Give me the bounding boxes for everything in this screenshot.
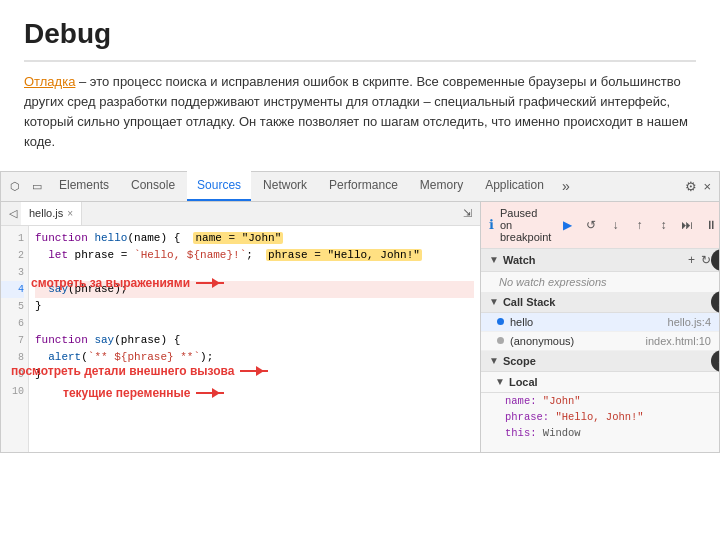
callstack-name-anon: (anonymous) [510, 335, 640, 347]
ln-3: 3 [1, 264, 24, 281]
code-lines: function hello(name) { name = "John" let… [29, 226, 480, 452]
watch-refresh-icon[interactable]: ↻ [701, 253, 711, 267]
description: Отладка – это процесс поиска и исправлен… [24, 72, 696, 153]
callstack-section-header[interactable]: ▼ Call Stack 2 [481, 292, 719, 313]
deactivate-btn[interactable]: ⏭ [677, 215, 697, 235]
scope-prop-name: name: [505, 395, 537, 407]
devtools-actions: ⚙ × [685, 179, 715, 194]
callstack-entry-hello[interactable]: hello hello.js:4 [481, 313, 719, 332]
inspect-icon[interactable]: ⬡ [5, 176, 25, 196]
pause-btn[interactable]: ⏸ [701, 215, 719, 235]
scope-val-phrase: "Hello, John!" [555, 411, 643, 423]
callstack-entry-anon[interactable]: (anonymous) index.html:10 [481, 332, 719, 351]
right-panel: ℹ Paused on breakpoint ▶ ↺ ↓ ↑ ↕ ⏭ ⏸ ▼ W… [481, 202, 719, 452]
scope-local-triangle: ▼ [495, 376, 505, 387]
code-content: 1 2 3 4 5 6 7 8 9 10 function hello(name… [1, 226, 480, 452]
file-nav-back[interactable]: ◁ [5, 207, 21, 220]
scope-local-name: name: "John" [481, 393, 719, 409]
callstack-title: Call Stack [503, 296, 711, 308]
callstack-badge: 2 [711, 291, 719, 313]
code-line-5: } [35, 298, 474, 315]
scope-prop-phrase: phrase: [505, 411, 549, 423]
code-line-8: alert(`** ${phrase} **`); [35, 349, 474, 366]
step-into-btn[interactable]: ↓ [605, 215, 625, 235]
device-icon[interactable]: ▭ [27, 176, 47, 196]
watch-triangle: ▼ [489, 254, 499, 265]
code-line-7: function say(phrase) { [35, 332, 474, 349]
ln-8: 8 [1, 349, 24, 366]
code-line-1: function hello(name) { name = "John" [35, 230, 474, 247]
tab-network[interactable]: Network [253, 171, 317, 201]
debug-link[interactable]: Отладка [24, 74, 75, 89]
step-over-btn[interactable]: ↺ [581, 215, 601, 235]
code-line-9: } [35, 366, 474, 383]
ln-5: 5 [1, 298, 24, 315]
watch-title: Watch [503, 254, 688, 266]
file-tab-hellojs[interactable]: hello.js × [21, 202, 82, 226]
close-devtools-icon[interactable]: × [703, 179, 711, 194]
ln-10: 10 [1, 383, 24, 400]
scope-triangle: ▼ [489, 355, 499, 366]
divider [24, 60, 696, 62]
breakpoint-text: Paused on breakpoint [500, 207, 551, 243]
watch-badge: 1 [711, 249, 719, 271]
tab-performance[interactable]: Performance [319, 171, 408, 201]
scope-local-this: this: Window [481, 425, 719, 441]
tab-sources[interactable]: Sources [187, 171, 251, 201]
tab-elements[interactable]: Elements [49, 171, 119, 201]
watch-empty: No watch expressions [481, 272, 719, 292]
breakpoint-bar: ℹ Paused on breakpoint ▶ ↺ ↓ ↑ ↕ ⏭ ⏸ [481, 202, 719, 249]
resume-btn[interactable]: ▶ [557, 215, 577, 235]
scope-section-header[interactable]: ▼ Scope 3 [481, 351, 719, 372]
step-btn[interactable]: ↕ [653, 215, 673, 235]
watch-section-header[interactable]: ▼ Watch + ↻ 1 [481, 249, 719, 272]
code-line-3 [35, 264, 474, 281]
ln-9: 9 [1, 366, 24, 383]
scope-local-header[interactable]: ▼ Local [481, 372, 719, 393]
breakpoint-icon: ℹ [489, 217, 494, 232]
devtools-tabbar: ⬡ ▭ Elements Console Sources Network Per… [1, 172, 719, 202]
settings-icon[interactable]: ⚙ [685, 179, 697, 194]
file-tab-name: hello.js [29, 207, 63, 219]
tab-application[interactable]: Application [475, 171, 554, 201]
devtools: ⬡ ▭ Elements Console Sources Network Per… [0, 171, 720, 453]
callstack-triangle: ▼ [489, 296, 499, 307]
ln-2: 2 [1, 247, 24, 264]
ln-7: 7 [1, 332, 24, 349]
line-numbers: 1 2 3 4 5 6 7 8 9 10 [1, 226, 29, 452]
debugger-controls: ▶ ↺ ↓ ↑ ↕ ⏭ ⏸ [557, 215, 719, 235]
ln-1: 1 [1, 230, 24, 247]
content-area: Debug Отладка – это процесс поиска и исп… [0, 0, 720, 163]
code-line-4: say(phrase); [35, 281, 474, 298]
scope-val-name: "John" [543, 395, 581, 407]
file-format-icon[interactable]: ⇲ [459, 207, 476, 220]
watch-actions: + ↻ [688, 253, 711, 267]
scope-prop-this: this: [505, 427, 537, 439]
page-title: Debug [24, 18, 696, 50]
callstack-name-hello: hello [510, 316, 662, 328]
tab-memory[interactable]: Memory [410, 171, 473, 201]
scope-val-this: Window [543, 427, 581, 439]
devtools-body: ◁ hello.js × ⇲ 1 2 3 4 5 [1, 202, 719, 452]
scope-badge: 3 [711, 350, 719, 372]
watch-add-icon[interactable]: + [688, 253, 695, 267]
ln-4[interactable]: 4 [1, 281, 24, 298]
code-line-2: let phrase = `Hello, ${name}!`; phrase =… [35, 247, 474, 264]
file-tabs: ◁ hello.js × ⇲ [1, 202, 480, 226]
callstack-dot-anon [497, 337, 504, 344]
file-tab-close[interactable]: × [67, 208, 73, 219]
code-area: 1 2 3 4 5 6 7 8 9 10 function hello(name… [1, 226, 480, 452]
code-line-6 [35, 315, 474, 332]
more-tabs-icon[interactable]: » [556, 178, 576, 194]
code-line-10 [35, 383, 474, 400]
scope-local-title: Local [509, 376, 711, 388]
callstack-file-hello: hello.js:4 [668, 316, 711, 328]
tab-console[interactable]: Console [121, 171, 185, 201]
callstack-file-anon: index.html:10 [646, 335, 711, 347]
callstack-dot-hello [497, 318, 504, 325]
ln-6: 6 [1, 315, 24, 332]
scope-title: Scope [503, 355, 711, 367]
step-out-btn[interactable]: ↑ [629, 215, 649, 235]
description-text: – это процесс поиска и исправления ошибо… [24, 74, 688, 149]
code-panel: ◁ hello.js × ⇲ 1 2 3 4 5 [1, 202, 481, 452]
